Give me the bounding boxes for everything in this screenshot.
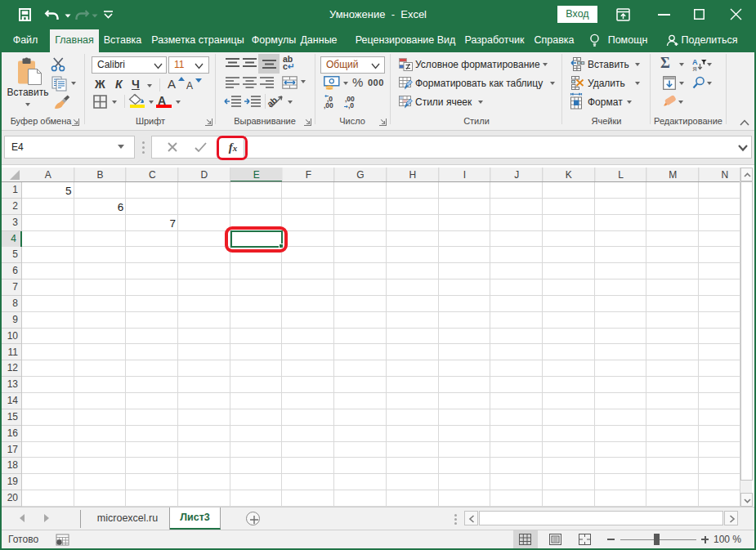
svg-text:,00: ,00 (324, 101, 333, 110)
svg-text:,0: ,0 (348, 101, 354, 110)
svg-text:я: я (693, 65, 697, 73)
